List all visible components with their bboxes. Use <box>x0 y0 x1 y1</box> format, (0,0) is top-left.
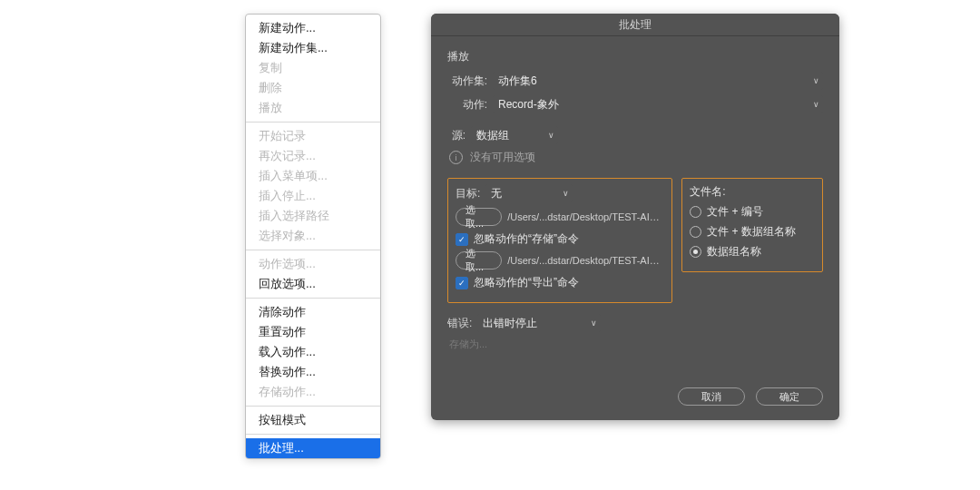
filename-label: 文件名: <box>690 184 813 200</box>
destination-dropdown[interactable]: 无 ∨ <box>485 184 573 202</box>
chevron-down-icon: ∨ <box>591 318 597 328</box>
source-label: 源: <box>447 128 466 143</box>
override-save-label: 忽略动作的“存储”命令 <box>474 231 579 247</box>
menu-separator <box>246 406 380 407</box>
radio-dataset-name[interactable] <box>690 246 701 258</box>
error-label: 错误: <box>447 316 472 331</box>
filename-panel: 文件名: 文件 + 编号 文件 + 数据组名称 数据组名称 <box>681 178 823 272</box>
menu-separator <box>246 122 380 122</box>
menu-item[interactable]: 载入动作... <box>246 342 380 362</box>
info-text: 没有可用选项 <box>470 150 535 165</box>
destination-panel: 目标: 无 ∨ 选取... /Users/...dstar/Desktop/TE… <box>447 178 672 303</box>
menu-item: 插入选择路径 <box>246 206 380 226</box>
error-dropdown[interactable]: 出错时停止 ∨ <box>477 314 601 332</box>
ok-button[interactable]: 确定 <box>756 387 823 406</box>
batch-dialog: 批处理 播放 动作集: 动作集6 ∨ 动作: Record-象外 ∨ 源: <box>431 14 839 420</box>
menu-item: 开始记录 <box>246 126 380 146</box>
menu-item: 复制 <box>246 58 380 78</box>
chevron-down-icon: ∨ <box>813 100 819 109</box>
save-path-text: /Users/...dstar/Desktop/TEST-AI-象外 <box>507 211 662 224</box>
export-path-text: /Users/...dstar/Desktop/TEST-AI-象外 <box>507 254 662 268</box>
menu-item: 选择对象... <box>246 226 380 246</box>
dialog-title: 批处理 <box>431 14 839 36</box>
save-as-placeholder: 存储为... <box>449 338 823 351</box>
info-icon: i <box>449 151 463 164</box>
chevron-down-icon: ∨ <box>813 76 819 85</box>
error-value: 出错时停止 <box>483 316 537 331</box>
chevron-down-icon: ∨ <box>548 131 554 140</box>
menu-item[interactable]: 批处理... <box>246 438 380 458</box>
action-label: 动作: <box>447 97 487 113</box>
menu-item: 播放 <box>246 98 380 118</box>
choose-export-folder-button[interactable]: 选取... <box>456 251 502 270</box>
destination-label: 目标: <box>456 186 480 201</box>
menu-item: 动作选项... <box>246 254 380 274</box>
action-set-dropdown[interactable]: 动作集6 ∨ <box>493 72 823 90</box>
action-dropdown[interactable]: Record-象外 ∨ <box>493 95 823 113</box>
menu-item: 删除 <box>246 78 380 98</box>
override-export-label: 忽略动作的“导出”命令 <box>474 275 579 290</box>
menu-item: 插入停止... <box>246 186 380 206</box>
menu-item[interactable]: 新建动作集... <box>246 38 380 58</box>
radio-file-dataset-label: 文件 + 数据组名称 <box>707 224 796 240</box>
menu-item: 存储动作... <box>246 382 380 402</box>
radio-file-number[interactable] <box>690 206 701 218</box>
play-section-label: 播放 <box>447 49 823 64</box>
menu-separator <box>246 298 380 299</box>
menu-item[interactable]: 重置动作 <box>246 322 380 342</box>
cancel-button[interactable]: 取消 <box>678 387 745 406</box>
menu-item[interactable]: 替换动作... <box>246 362 380 382</box>
source-dropdown[interactable]: 数据组 ∨ <box>471 126 558 144</box>
action-set-label: 动作集: <box>447 74 487 89</box>
radio-file-dataset[interactable] <box>690 226 701 238</box>
menu-item[interactable]: 回放选项... <box>246 274 380 294</box>
menu-item[interactable]: 新建动作... <box>246 18 380 38</box>
destination-value: 无 <box>491 186 502 201</box>
radio-dataset-name-label: 数据组名称 <box>707 244 761 260</box>
menu-separator <box>246 250 380 250</box>
action-value: Record-象外 <box>498 97 559 113</box>
menu-separator <box>246 434 380 435</box>
menu-item: 再次记录... <box>246 146 380 166</box>
menu-item[interactable]: 按钮模式 <box>246 410 380 430</box>
menu-item: 插入菜单项... <box>246 166 380 186</box>
chevron-down-icon: ∨ <box>563 189 569 198</box>
actions-context-menu: 新建动作...新建动作集...复制删除播放开始记录再次记录...插入菜单项...… <box>245 14 381 459</box>
menu-item[interactable]: 清除动作 <box>246 302 380 322</box>
override-save-checkbox[interactable]: ✓ <box>456 233 468 246</box>
choose-save-folder-button[interactable]: 选取... <box>456 208 502 226</box>
action-set-value: 动作集6 <box>498 74 537 89</box>
radio-file-number-label: 文件 + 编号 <box>707 204 763 220</box>
override-export-checkbox[interactable]: ✓ <box>456 277 468 289</box>
source-value: 数据组 <box>476 128 509 143</box>
